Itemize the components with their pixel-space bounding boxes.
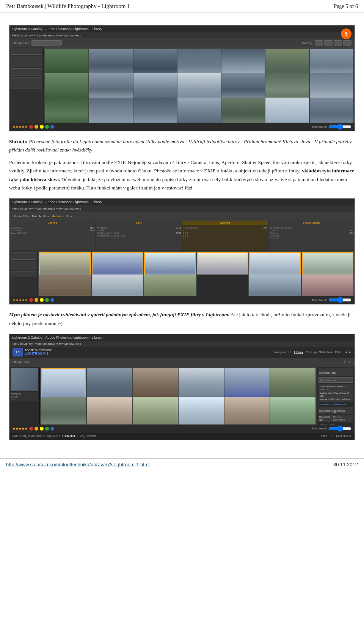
paragraph-1: Posledním krokem je pak možnost filtrová…: [9, 158, 355, 192]
step-badge-5: 5: [341, 28, 351, 39]
lr-titlebar-1: Lightroom 2 Catalog - Adobe Photoshop Li…: [9, 25, 355, 32]
star-rating-3: ★★★★★: [13, 427, 28, 431]
camera-panel-title: Camera: [9, 221, 96, 225]
control-panel-label: Control Panel: [336, 435, 352, 437]
lr-titlebar-2: Lightroom 2 Catalog - Adobe Photoshop Li…: [9, 199, 355, 205]
lr-toolbar-3: Library Filter ⊞ ⊡: [9, 358, 355, 367]
lr-menubar-2: File Edit Library Photo Metadata View Wi…: [9, 205, 355, 211]
page-header: Petr Bambousek | Wildlife Photography - …: [0, 0, 364, 13]
list-item: [302, 275, 354, 296]
color-dot-yellow-3: [40, 427, 44, 431]
lr-keywords-panel: Keyword Tags Enter Keywords 2009, klíce …: [317, 367, 355, 424]
suggestions-header: Keyword Suggestions: [318, 407, 353, 414]
lr-main-grid-1: [44, 47, 355, 123]
color-dot-yellow-2: [40, 298, 44, 302]
pagination: Page 5 of 6: [334, 3, 358, 9]
aperture-panel-title: Aperture: [182, 221, 268, 225]
color-dot-red-3: [29, 427, 33, 431]
panel-toggle-left[interactable]: ◄: [344, 350, 347, 354]
library-filter-label-3: Library Filter: [13, 360, 29, 364]
color-dot-orange-3: [35, 427, 38, 431]
table-row: [221, 98, 265, 123]
lr-body-1: [9, 47, 355, 123]
star-rating-2: ★★★★★: [13, 298, 28, 302]
loupe-view-icon[interactable]: ⊡: [349, 360, 351, 364]
thumbnail-size-slider-3[interactable]: [329, 427, 351, 431]
filter-status: Filter:: [321, 435, 328, 437]
grid-view-icon[interactable]: ⊞: [344, 360, 347, 364]
color-dot-green: [45, 125, 49, 129]
lr-main-grid-2: [38, 251, 355, 296]
list-item: [92, 275, 144, 296]
list-item: [133, 397, 178, 424]
tab-print[interactable]: Print: [335, 350, 341, 354]
thumbnail-size-slider-2[interactable]: [329, 298, 351, 302]
lr-bottom-bar-1: ★★★★★ Thumbnails: [9, 123, 355, 131]
title-separator: |: [44, 3, 47, 9]
main-content: Lightroom 2 Catalog - Adobe Photoshop Li…: [0, 13, 364, 452]
keywording-label: Keyword Tags: [319, 371, 336, 374]
panel-toggle-right[interactable]: ►: [348, 350, 351, 354]
keyword-item-1: 2009, klíce od, Canon EOS 50D, Ca-: [320, 385, 352, 391]
page-title: Petr Bambousek | Wildlife Photography - …: [6, 3, 130, 9]
star-rating: ★★★★★: [13, 125, 28, 129]
lr-menubar-1: File Edit Library Photo Metadata View Wi…: [9, 32, 355, 38]
lr-toolbar-2: Library Filter Text Attribute Metadata N…: [9, 211, 355, 221]
table-row: [89, 98, 132, 123]
keyword-list: 2009, klíce od, Canon EOS 50D, Ca- ganne…: [318, 384, 353, 402]
summary-text: Shrnutí: Přenesené fotografie do Lightro…: [9, 137, 355, 154]
lr-left-panel-1: [9, 47, 44, 123]
screenshot-1: Lightroom 2 Catalog - Adobe Photoshop Li…: [9, 25, 355, 131]
color-dot-orange-2: [35, 298, 38, 302]
footer-url[interactable]: http://www.sulasula.com/blog/technika/up…: [6, 462, 150, 467]
shutter-panel-title: Shutter Speed: [268, 221, 355, 225]
table-row: [133, 98, 177, 123]
histogram-button[interactable]: +1: [288, 351, 291, 353]
list-item: [197, 275, 249, 296]
tab-develop[interactable]: Develop: [306, 350, 317, 354]
selected-count: 1 selected: [62, 435, 75, 437]
lr-toolbar-1: Library Filter Catalog: [9, 38, 355, 47]
paragraph-2: Mým plánem je nastavit vyhledávání v gal…: [9, 311, 355, 328]
title-dash: -: [97, 3, 102, 9]
thumbnail-label-2: Thumbnails: [312, 298, 327, 302]
lr-menubar-3: File Edit Library Photo Metadata View Wi…: [9, 341, 355, 347]
list-item: [270, 397, 315, 424]
keyword-input-box[interactable]: Enter Keywords: [318, 377, 353, 383]
article-subtitle: Wildlife Photography: [47, 3, 97, 9]
paragraph-1-section: Posledním krokem je pak možnost filtrová…: [9, 158, 355, 192]
footer-date: 30.11.2012: [333, 462, 358, 467]
color-dot-blue-2: [50, 298, 54, 302]
attribute-input: [31, 40, 62, 46]
lr-body-3: Navigator RT MJ 1:1: [9, 367, 355, 424]
library-filter-label: Library Filter: [13, 41, 29, 45]
toolbar-button-1[interactable]: Navigator: [275, 351, 286, 353]
bold-italic-text: Mým plánem je nastavit vyhledávání v gal…: [9, 312, 229, 317]
color-dot-blue: [50, 125, 54, 129]
catalog-label: Catalog: [302, 41, 312, 45]
tab-slideshow[interactable]: Slideshow: [319, 350, 333, 354]
summary-label: Shrnutí:: [9, 139, 29, 144]
shutter-filter-panel: Shutter Speed All 126 Shutter Speeds 1/2…: [268, 221, 355, 251]
keyword-item-2: gannet, Libe, Plivz, Sigma 18-135,: [320, 391, 352, 398]
color-dot-red-2: [29, 298, 33, 302]
list-item: [87, 397, 132, 424]
click-to-add-keywords[interactable]: Click here to add keywords: [318, 403, 353, 406]
table-row: [177, 98, 221, 123]
keyword-panel-header: Keyword Tags: [318, 368, 353, 376]
app-name: Lightroom 1: [101, 3, 130, 9]
keyword-set-header: Keyword Set Recent Keywords: [318, 415, 353, 422]
thumbnail-size-slider[interactable]: [329, 125, 351, 129]
color-dot-blue-3: [50, 427, 54, 431]
lr-main-grid-3: [40, 367, 317, 424]
lens-filter-panel: Lens All Lenses3170 100mm 87400mm f/5.6L…: [96, 221, 182, 251]
status-path: Folders / DT_R0AD 2009 / 2170 photos /: [12, 435, 60, 437]
lr-bottom-bar-2: ★★★★★ Thumbnails: [9, 296, 355, 304]
lr-titlebar-3: Lightroom 2 Catalog - Adobe Photoshop Li…: [9, 334, 355, 341]
color-dot-green-2: [45, 298, 49, 302]
screenshot-2: Lightroom 2 Catalog - Adobe Photoshop Li…: [9, 198, 355, 305]
list-item: [39, 275, 91, 296]
lr-left-panel-2: [9, 251, 38, 296]
tab-library[interactable]: Library: [294, 350, 303, 354]
lr-body-2: [9, 251, 355, 296]
